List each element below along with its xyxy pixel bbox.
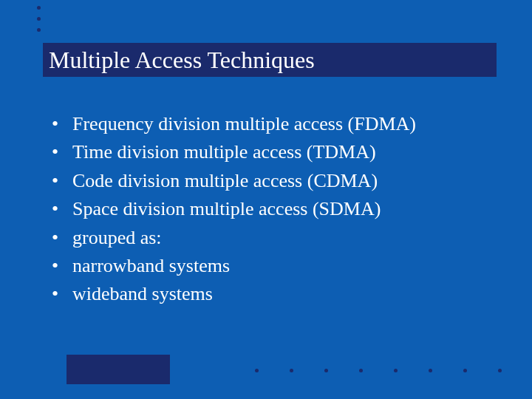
- list-item-text: Space division multiple access (SDMA): [72, 196, 381, 222]
- dot-icon: [324, 369, 328, 372]
- list-item-text: Time division multiple access (TDMA): [72, 139, 376, 166]
- dot-icon: [37, 28, 41, 32]
- dot-icon: [290, 369, 293, 372]
- slide-title-bar: Multiple Access Techniques: [43, 43, 497, 77]
- list-item: • Space division multiple access (SDMA): [52, 196, 495, 222]
- bullet-icon: •: [52, 196, 72, 222]
- dot-icon: [498, 369, 502, 372]
- list-item-text: Code division multiple access (CDMA): [72, 168, 378, 194]
- dot-icon: [359, 369, 363, 372]
- dot-icon: [37, 6, 41, 10]
- list-item: • wideband systems: [52, 281, 495, 307]
- list-item: • Frequency division multiple access (FD…: [52, 111, 495, 137]
- list-item-text: grouped as:: [72, 225, 162, 251]
- bullet-list: • Frequency division multiple access (FD…: [52, 111, 495, 310]
- list-item: • grouped as:: [52, 225, 495, 251]
- bullet-icon: •: [52, 281, 72, 307]
- bullet-icon: •: [52, 139, 72, 166]
- list-item: • Code division multiple access (CDMA): [52, 168, 495, 194]
- bullet-icon: •: [52, 168, 72, 194]
- dot-icon: [255, 369, 259, 372]
- decorative-dots-bottom: [255, 369, 502, 372]
- list-item-text: wideband systems: [72, 281, 213, 307]
- list-item: • narrowband systems: [52, 253, 495, 279]
- list-item-text: Frequency division multiple access (FDMA…: [72, 111, 416, 137]
- decorative-bar-bottom: [66, 355, 170, 384]
- dot-icon: [463, 369, 467, 372]
- bullet-icon: •: [52, 253, 72, 279]
- dot-icon: [394, 369, 398, 372]
- dot-icon: [37, 17, 41, 21]
- decorative-dots-top: [37, 6, 41, 39]
- list-item: • Time division multiple access (TDMA): [52, 139, 495, 166]
- slide-title: Multiple Access Techniques: [49, 47, 315, 74]
- bullet-icon: •: [52, 225, 72, 251]
- dot-icon: [429, 369, 432, 372]
- list-item-text: narrowband systems: [72, 253, 230, 279]
- bullet-icon: •: [52, 111, 72, 137]
